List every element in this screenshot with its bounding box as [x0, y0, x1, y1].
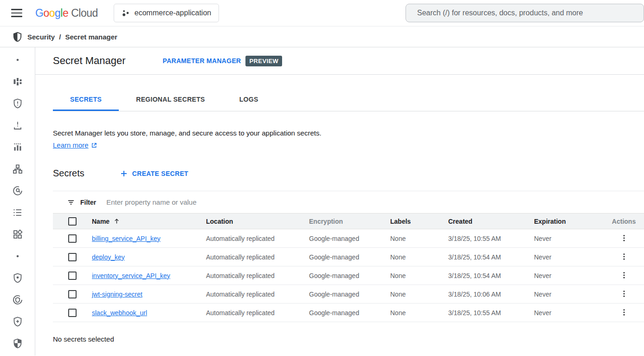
column-header-created[interactable]: Created: [448, 214, 534, 229]
bar-chart-icon[interactable]: [12, 142, 23, 153]
security-command-center-icon[interactable]: [12, 338, 23, 349]
location-cell: Automatically replicated: [206, 266, 309, 285]
row-actions-menu-icon[interactable]: [617, 307, 631, 317]
tab-regional-secrets[interactable]: REGIONAL SECRETS: [119, 89, 222, 111]
create-secret-button[interactable]: CREATE SECRET: [120, 169, 188, 178]
created-cell: 3/18/25, 10:54 AM: [448, 248, 534, 266]
security-dashboard-icon[interactable]: [12, 76, 23, 87]
expiration-cell: Never: [534, 248, 604, 266]
shield-plus-icon[interactable]: [12, 316, 23, 327]
hamburger-line: [11, 9, 22, 10]
filter-icon: [67, 198, 75, 207]
labels-cell: None: [390, 229, 448, 248]
row-actions-menu-icon[interactable]: [617, 233, 631, 243]
location-cell: Automatically replicated: [206, 304, 309, 322]
page-title: Secret Manager: [53, 55, 126, 67]
table-row: deploy_key Automatically replicated Goog…: [53, 248, 644, 266]
column-header-name[interactable]: Name: [92, 218, 109, 225]
row-checkbox[interactable]: [68, 309, 77, 317]
tab-logs[interactable]: LOGS: [222, 89, 276, 111]
tab-secrets[interactable]: SECRETS: [53, 89, 119, 111]
filter-bar: Filter: [53, 191, 644, 213]
encryption-cell: Google-managed: [309, 248, 390, 266]
filter-input[interactable]: [106, 198, 644, 206]
table-row: billing_service_API_key Automatically re…: [53, 229, 644, 248]
breadcrumb-security[interactable]: Security: [27, 33, 55, 41]
dot-icon[interactable]: [12, 251, 23, 262]
global-search[interactable]: [406, 4, 644, 22]
row-checkbox[interactable]: [68, 290, 77, 298]
menu-icon[interactable]: [7, 4, 26, 22]
sort-ascending-icon[interactable]: [113, 218, 120, 225]
table-header-row: Name Location Encryption Labels Created …: [53, 214, 644, 229]
row-checkbox[interactable]: [68, 234, 77, 243]
findings-tray-icon[interactable]: [12, 120, 23, 131]
hamburger-line: [11, 16, 22, 17]
table-row: inventory_service_API_key Automatically …: [53, 266, 644, 285]
row-checkbox[interactable]: [68, 272, 77, 280]
expiration-cell: Never: [534, 304, 604, 322]
labels-cell: None: [390, 266, 448, 285]
labels-cell: None: [390, 248, 448, 266]
workloads-icon[interactable]: [12, 229, 23, 240]
encryption-cell: Google-managed: [309, 304, 390, 322]
learn-more-link[interactable]: Learn more: [53, 139, 97, 151]
select-all-checkbox[interactable]: [68, 217, 77, 226]
labels-cell: None: [390, 304, 448, 322]
secret-link[interactable]: deploy_key: [92, 253, 125, 261]
asset-search-icon[interactable]: [12, 185, 23, 196]
row-actions-menu-icon[interactable]: [617, 270, 631, 280]
row-checkbox[interactable]: [68, 253, 77, 261]
compliance-list-icon[interactable]: [12, 207, 23, 218]
table-row: jwt-signing-secret Automatically replica…: [53, 285, 644, 304]
hamburger-line: [11, 13, 22, 14]
secret-link[interactable]: billing_service_API_key: [92, 235, 161, 242]
column-header-encryption: Encryption: [309, 214, 390, 229]
encryption-cell: Google-managed: [309, 266, 390, 285]
security-nav-rail: [0, 47, 35, 356]
project-icon: [122, 9, 130, 17]
created-cell: 3/18/25, 10:06 AM: [448, 285, 534, 304]
search-input[interactable]: [417, 9, 632, 17]
google-cloud-logo: Google Cloud: [35, 7, 98, 19]
learn-more-label: Learn more: [53, 139, 89, 151]
top-app-bar: Google Cloud ecommerce-application: [0, 0, 644, 26]
secrets-table: Name Location Encryption Labels Created …: [53, 213, 644, 322]
secret-link[interactable]: slack_webhook_url: [92, 309, 147, 317]
main-content: Secret Manager PARAMETER MANAGER PREVIEW…: [35, 47, 644, 356]
column-header-actions: Actions: [604, 214, 644, 229]
preview-badge: PREVIEW: [245, 56, 282, 66]
page-description: Secret Manager lets you store, manage, a…: [53, 127, 644, 151]
web-security-scanner-icon[interactable]: [12, 294, 23, 305]
plus-icon: [120, 169, 128, 178]
dot-icon[interactable]: [12, 54, 23, 65]
selection-status: No secrets selected: [53, 335, 644, 343]
column-header-labels[interactable]: Labels: [390, 214, 448, 229]
shield-alert-icon[interactable]: [12, 98, 23, 109]
gcp-console-window: Google Cloud ecommerce-application Secur…: [0, 0, 644, 356]
parameter-manager-link[interactable]: PARAMETER MANAGER: [163, 57, 241, 65]
encryption-cell: Google-managed: [309, 229, 390, 248]
project-selector[interactable]: ecommerce-application: [114, 4, 219, 22]
tab-bar: SECRETS REGIONAL SECRETS LOGS: [53, 89, 644, 111]
shield-guard-icon[interactable]: [12, 272, 23, 284]
cloud-wordmark: Cloud: [71, 7, 98, 19]
row-actions-menu-icon[interactable]: [617, 252, 631, 262]
expiration-cell: Never: [534, 266, 604, 285]
breadcrumb-separator: /: [59, 33, 61, 41]
location-cell: Automatically replicated: [206, 285, 309, 304]
external-link-icon: [91, 142, 97, 149]
secret-link[interactable]: jwt-signing-secret: [92, 291, 142, 298]
location-cell: Automatically replicated: [206, 229, 309, 248]
project-name: ecommerce-application: [135, 9, 211, 17]
expiration-cell: Never: [534, 285, 604, 304]
row-actions-menu-icon[interactable]: [617, 289, 631, 299]
created-cell: 3/18/25, 10:55 AM: [448, 304, 534, 322]
org-hierarchy-icon[interactable]: [12, 163, 23, 175]
secret-link[interactable]: inventory_service_API_key: [92, 272, 170, 279]
column-header-expiration[interactable]: Expiration: [534, 214, 604, 229]
expiration-cell: Never: [534, 229, 604, 248]
created-cell: 3/18/25, 10:54 AM: [448, 266, 534, 285]
create-secret-label: CREATE SECRET: [132, 170, 188, 177]
column-header-location[interactable]: Location: [206, 214, 309, 229]
